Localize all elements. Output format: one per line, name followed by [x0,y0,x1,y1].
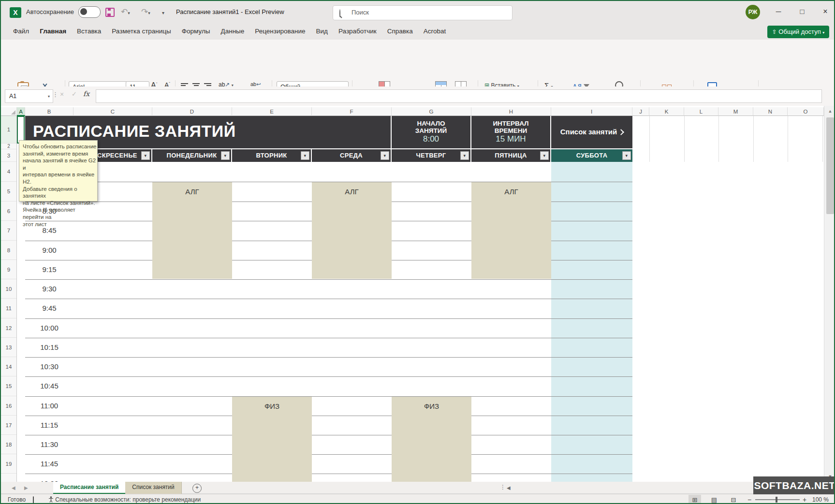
redo-button[interactable]: ↷▾ [141,7,150,17]
tab-page-layout[interactable]: Разметка страницы [106,24,176,40]
time-cell[interactable]: 11:00 [25,396,73,416]
vertical-scrollbar[interactable]: ▲ ▼ [824,106,835,482]
tab-formulas[interactable]: Формулы [176,24,216,40]
row-header-17[interactable]: 17 [1,416,16,435]
col-header-O[interactable]: O [788,107,824,116]
select-all-corner[interactable] [1,107,17,116]
tab-view[interactable]: Вид [311,24,333,40]
time-cell[interactable]: 11:30 [25,435,73,454]
row-header-2[interactable]: 2 [1,144,16,149]
filter-dropdown-icon[interactable]: ▾ [221,151,230,160]
quick-access-chevron[interactable]: ▾ [162,10,164,15]
row-header-4[interactable]: 4 [1,162,16,182]
interval-value[interactable]: 15 МИН [471,134,550,144]
time-cell[interactable]: 10:00 [25,318,73,338]
row-header-14[interactable]: 14 [1,357,16,376]
tab-file[interactable]: Файл [8,24,34,40]
enter-icon[interactable]: ✓ [72,90,77,98]
col-header-E[interactable]: E [232,107,312,116]
row-header-13[interactable]: 13 [1,338,16,357]
row-header-18[interactable]: 18 [1,435,16,454]
row-header-9[interactable]: 9 [1,260,16,279]
col-header-B[interactable]: B [25,107,73,116]
filter-dropdown-icon[interactable]: ▾ [540,151,549,160]
tab-data[interactable]: Данные [216,24,250,40]
col-header-D[interactable]: D [152,107,232,116]
zoom-out-button[interactable]: − [747,496,751,504]
time-cell[interactable]: 9:45 [25,299,73,318]
time-cell[interactable]: 9:15 [25,260,73,279]
add-sheet-button[interactable]: + [192,484,202,493]
zoom-level[interactable]: 100 % [812,496,829,503]
event-block-tuesday[interactable]: ФИЗ [232,397,312,482]
zoom-slider[interactable] [755,499,800,500]
col-header-M[interactable]: M [718,107,753,116]
minimize-button[interactable]: ─ [769,3,788,20]
filter-dropdown-icon[interactable]: ▾ [622,151,631,160]
cancel-icon[interactable]: × [60,90,64,98]
row-header-5[interactable]: 5 [1,182,16,202]
hscroll-left-icon[interactable]: ◀ [507,485,511,490]
time-cell[interactable]: 9:00 [25,241,73,260]
tab-acrobat[interactable]: Acrobat [418,24,452,40]
share-button[interactable]: ⇧ Общий доступ ▾ [767,26,829,38]
tab-home[interactable]: Главная [34,24,72,41]
row-header-3[interactable]: 3 [1,149,16,162]
maximize-button[interactable]: □ [792,3,812,20]
view-normal-button[interactable]: ⊞ [689,495,701,504]
row-header-15[interactable]: 15 [1,376,16,396]
filter-dropdown-icon[interactable]: ▾ [460,151,469,160]
sheet-tab-schedule[interactable]: Расписание занятий [53,482,125,494]
save-button[interactable] [105,8,115,17]
col-header-I[interactable]: I [551,107,632,116]
col-header-C[interactable]: C [73,107,152,116]
scroll-up-icon[interactable]: ▲ [824,109,835,114]
filter-dropdown-icon[interactable]: ▾ [301,151,309,160]
col-header-N[interactable]: N [753,107,788,116]
avatar[interactable]: РЖ [746,5,760,19]
time-cell[interactable]: 11:45 [25,454,73,474]
row-header-10[interactable]: 10 [1,279,16,299]
event-block-friday[interactable]: АЛГ [471,182,551,279]
active-cell-a1[interactable] [17,116,25,144]
col-header-A[interactable]: A [17,107,25,116]
autosave-toggle[interactable] [78,6,101,18]
zoom-slider-thumb[interactable] [776,497,777,503]
view-page-layout-button[interactable]: ▤ [708,495,720,504]
time-cell[interactable]: 10:30 [25,357,73,376]
vertical-scroll-thumb[interactable] [826,117,834,214]
row-header-12[interactable]: 12 [1,318,16,338]
class-list-link[interactable]: Список занятий [551,128,632,136]
close-button[interactable]: × [816,3,835,20]
filter-dropdown-icon[interactable]: ▾ [141,151,150,160]
sheet-nav-right-icon[interactable]: ▶ [24,485,28,490]
row-header-1[interactable]: 1 [1,116,16,144]
event-block-monday[interactable]: АЛГ [152,182,232,279]
row-header-8[interactable]: 8 [1,241,16,260]
time-cell[interactable]: 10:15 [25,338,73,357]
sheet-tab-class-list[interactable]: Список занятий [125,482,181,494]
col-header-J[interactable]: J [632,107,649,116]
row-header-6[interactable]: 6 [1,202,16,221]
row-header-7[interactable]: 7 [1,221,16,241]
row-header-19[interactable]: 19 [1,454,16,474]
time-cell-clipped[interactable]: 12:00 [25,474,73,482]
col-header-F[interactable]: F [312,107,392,116]
tab-insert[interactable]: Вставка [72,24,106,40]
col-header-L[interactable]: L [684,107,718,116]
zoom-in-button[interactable]: + [803,496,806,504]
tab-review[interactable]: Рецензирование [249,24,310,40]
tab-developer[interactable]: Разработчик [333,24,382,40]
macro-record-icon[interactable] [33,496,34,504]
sheet-nav-left-icon[interactable]: ◀ [12,485,15,490]
time-cell[interactable]: 10:45 [25,376,73,396]
tab-help[interactable]: Справка [382,24,418,40]
time-cell[interactable]: 11:15 [25,416,73,435]
accessibility-status[interactable]: Специальные возможности: проверьте реком… [48,496,201,503]
search-input[interactable]: Поиск [333,5,513,20]
time-cell[interactable]: 9:30 [25,279,73,299]
view-page-break-button[interactable]: ⊟ [727,495,740,504]
event-block-wednesday[interactable]: АЛГ [312,182,392,279]
start-time-value[interactable]: 8:00 [392,134,470,144]
undo-button[interactable]: ↶▾ [121,7,130,17]
